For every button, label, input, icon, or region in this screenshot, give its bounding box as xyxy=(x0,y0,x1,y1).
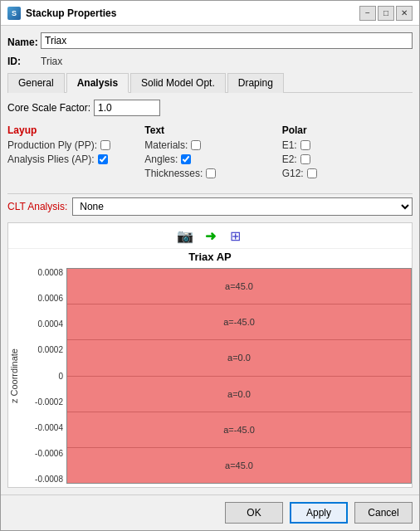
tabs-container: General Analysis Solid Model Opt. Drapin… xyxy=(7,72,413,93)
clt-row: CLT Analysis: None xyxy=(7,197,413,216)
grid-icon: ⊞ xyxy=(230,228,241,244)
content-area: Name: ID: Triax General Analysis Solid M… xyxy=(1,26,419,494)
polar-group: Polar E1: E2: G12: xyxy=(282,124,413,182)
ok-button[interactable]: OK xyxy=(225,502,283,524)
arrow-right-icon: ➜ xyxy=(205,228,216,244)
close-button[interactable]: ✕ xyxy=(396,6,413,21)
text-angles-row: Angles: xyxy=(144,153,275,165)
tab-draping[interactable]: Draping xyxy=(227,73,284,93)
apply-button[interactable]: Apply xyxy=(290,502,348,524)
main-window: S Stackup Properties − □ ✕ Name: ID: Tri… xyxy=(0,0,420,531)
y-tick-6: 0.0006 xyxy=(37,294,63,303)
bar-1-label: a=45.0 xyxy=(225,281,253,291)
text-materials-checkbox[interactable] xyxy=(191,140,201,150)
arrow-button[interactable]: ➜ xyxy=(201,227,219,245)
text-materials-label: Materials: xyxy=(144,139,188,151)
layup-ap-label: Analysis Plies (AP): xyxy=(7,153,95,165)
polar-e1-checkbox[interactable] xyxy=(300,140,310,150)
layup-ap-checkbox[interactable] xyxy=(98,154,108,164)
name-row: Name: xyxy=(7,32,413,52)
name-input[interactable] xyxy=(41,32,413,49)
polar-e2-row: E2: xyxy=(282,153,413,165)
chart-title: Triax AP xyxy=(8,249,412,265)
name-label: Name: xyxy=(7,37,41,48)
core-scale-input[interactable] xyxy=(94,100,160,116)
tab-general[interactable]: General xyxy=(7,73,65,93)
polar-e2-label: E2: xyxy=(282,153,297,165)
grid-button[interactable]: ⊞ xyxy=(226,227,244,245)
cancel-button[interactable]: Cancel xyxy=(354,502,413,524)
footer: OK Apply Cancel xyxy=(1,494,419,530)
polar-e2-checkbox[interactable] xyxy=(300,154,310,164)
tab-analysis[interactable]: Analysis xyxy=(66,73,129,93)
text-title: Text xyxy=(144,124,275,136)
y-tick-neg2: -0.0002 xyxy=(35,397,63,407)
layup-ap-row: Analysis Plies (AP): xyxy=(7,153,138,165)
bar-2-label: a=-45.0 xyxy=(223,317,255,327)
text-group: Text Materials: Angles: Thicknesses: xyxy=(144,124,275,182)
camera-button[interactable]: 📷 xyxy=(176,227,194,245)
y-tick-8: 0.0008 xyxy=(37,268,63,277)
polar-e1-label: E1: xyxy=(282,139,297,151)
bar-2: a=-45.0 xyxy=(67,304,411,340)
bar-5-label: a=-45.0 xyxy=(223,425,255,435)
layup-pp-row: Production Ply (PP): xyxy=(7,139,138,151)
y-tick-0: 0 xyxy=(58,372,63,381)
camera-icon: 📷 xyxy=(177,228,193,244)
analysis-panel: Core Scale Factor: Layup Production Ply … xyxy=(7,100,413,488)
chart-body: z Coorrdinate 0.0008 0.0006 0.0004 0.000… xyxy=(8,265,412,487)
maximize-button[interactable]: □ xyxy=(378,6,394,21)
minimize-button[interactable]: − xyxy=(359,6,376,21)
chart-bars-container: a=45.0 a=-45.0 a=0.0 a=0.0 a=-45.0 xyxy=(66,268,412,484)
bar-3-label: a=0.0 xyxy=(227,353,251,363)
layup-group: Layup Production Ply (PP): Analysis Plie… xyxy=(7,124,138,182)
text-materials-row: Materials: xyxy=(144,139,275,151)
bar-3: a=0.0 xyxy=(67,340,411,376)
layup-pp-checkbox[interactable] xyxy=(100,140,110,150)
bar-4-label: a=0.0 xyxy=(227,389,251,399)
id-row: ID: Triax xyxy=(7,56,413,67)
polar-title: Polar xyxy=(282,124,413,136)
text-angles-label: Angles: xyxy=(144,153,178,165)
chart-area: 📷 ➜ ⊞ Triax AP z Coorrdinate xyxy=(7,222,413,488)
text-thicknesses-checkbox[interactable] xyxy=(206,168,216,178)
y-tick-2: 0.0002 xyxy=(37,345,63,354)
columns-section: Layup Production Ply (PP): Analysis Plie… xyxy=(7,124,413,182)
y-tick-neg4: -0.0004 xyxy=(35,423,63,432)
clt-select[interactable]: None xyxy=(72,197,413,216)
polar-g12-label: G12: xyxy=(282,168,304,179)
layup-title: Layup xyxy=(7,124,138,136)
title-bar-buttons: − □ ✕ xyxy=(359,6,413,21)
polar-g12-checkbox[interactable] xyxy=(307,168,317,178)
y-axis-ticks: 0.0008 0.0006 0.0004 0.0002 0 -0.0002 -0… xyxy=(20,268,66,484)
text-thicknesses-row: Thicknesses: xyxy=(144,168,275,179)
clt-label: CLT Analysis: xyxy=(7,201,67,212)
bar-5: a=-45.0 xyxy=(67,412,411,448)
bar-6-label: a=45.0 xyxy=(225,460,253,470)
y-tick-neg6: -0.0006 xyxy=(35,449,63,458)
polar-g12-row: G12: xyxy=(282,168,413,179)
window-title: Stackup Properties xyxy=(26,7,359,19)
y-axis-label-container: z Coorrdinate xyxy=(8,268,20,484)
y-tick-4: 0.0004 xyxy=(37,319,63,329)
core-scale-label: Core Scale Factor: xyxy=(7,102,90,114)
layup-pp-label: Production Ply (PP): xyxy=(7,139,97,151)
polar-e1-row: E1: xyxy=(282,139,413,151)
chart-toolbar: 📷 ➜ ⊞ xyxy=(8,223,412,249)
title-bar: S Stackup Properties − □ ✕ xyxy=(1,1,419,26)
bar-1: a=45.0 xyxy=(67,269,411,304)
text-thicknesses-label: Thicknesses: xyxy=(144,168,203,179)
core-scale-row: Core Scale Factor: xyxy=(7,100,413,116)
bar-6: a=45.0 xyxy=(67,448,411,483)
tab-solid-model-opt[interactable]: Solid Model Opt. xyxy=(130,73,226,93)
y-tick-neg8: -0.0008 xyxy=(35,475,63,484)
y-axis-label: z Coorrdinate xyxy=(9,348,19,403)
id-value: Triax xyxy=(41,56,62,67)
bar-4: a=0.0 xyxy=(67,377,411,412)
text-angles-checkbox[interactable] xyxy=(181,154,191,164)
id-label: ID: xyxy=(7,56,41,67)
window-icon: S xyxy=(7,7,21,20)
